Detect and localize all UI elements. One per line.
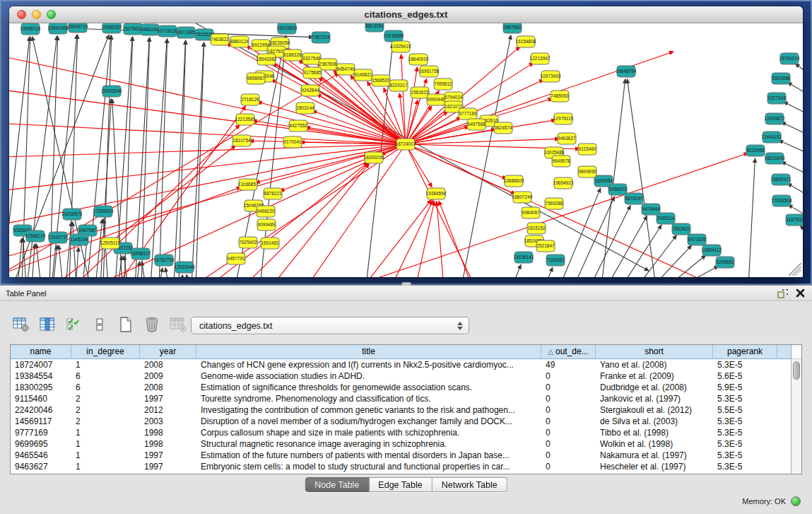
close-panel-icon[interactable] [796, 288, 805, 298]
directed-edge-black[interactable] [545, 267, 553, 277]
graph-node[interactable]: 1568520 [372, 75, 390, 86]
table-row[interactable]: 1456911722003Disruption of a novel membe… [11, 416, 791, 427]
directed-edge-black[interactable] [136, 262, 140, 277]
graph-node[interactable]: 10955287 [102, 23, 122, 33]
delete-table-icon[interactable] [142, 315, 162, 334]
directed-edge-black[interactable] [779, 140, 803, 155]
table-row[interactable]: 977716911998Corpus callosum shape and si… [11, 427, 791, 438]
graph-node[interactable]: 12213589 [235, 114, 256, 125]
graph-node[interactable]: 9242844 [301, 85, 319, 96]
graph-node[interactable]: 16033809 [277, 23, 298, 34]
graph-node[interactable]: 1615152 [527, 223, 546, 234]
split-handle[interactable] [401, 282, 411, 286]
directed-edge-black[interactable] [622, 225, 661, 277]
directed-edge-black[interactable] [782, 122, 803, 136]
graph-node[interactable]: 6466160 [141, 24, 159, 35]
graph-node[interactable]: 9649578 [552, 156, 570, 167]
graph-node[interactable]: 16210643 [765, 153, 785, 164]
graph-node[interactable]: 19384554 [426, 188, 447, 199]
resize-grip-icon[interactable] [789, 263, 801, 276]
directed-edge-black[interactable] [748, 158, 755, 277]
graph-node[interactable]: 1562615 [411, 87, 429, 98]
memory-status-icon[interactable] [791, 496, 801, 506]
table-row[interactable]: 911546021997Tourette syndrome. Phenomeno… [11, 393, 791, 404]
directed-edge-black[interactable] [461, 35, 511, 277]
directed-edge-red[interactable] [401, 54, 406, 144]
graph-node[interactable]: 6879197 [625, 193, 643, 204]
graph-node[interactable]: 16154808 [516, 36, 536, 47]
directed-edge-black[interactable] [59, 245, 63, 277]
directed-edge-black[interactable] [796, 64, 803, 76]
directed-edge-black[interactable] [151, 39, 167, 277]
table-row[interactable]: 1938455462009Genome-wide association stu… [11, 370, 791, 382]
column-header-in_degree[interactable]: in_degree [71, 345, 140, 359]
column-header-year[interactable]: year [140, 345, 196, 359]
network-canvas[interactable]: 1905572420691406269437191095528715276021… [9, 23, 803, 277]
network-svg[interactable]: 1905572420691406269437191095528715276021… [9, 23, 803, 277]
directed-edge-black[interactable] [681, 266, 718, 277]
graph-node[interactable]: 9245652 [716, 257, 734, 268]
graph-node[interactable]: 1145194 [70, 234, 88, 245]
graph-node[interactable]: 7485063 [551, 90, 569, 102]
graph-node[interactable]: 19654923 [553, 177, 574, 189]
directed-edge-black[interactable] [607, 216, 647, 277]
graph-node[interactable]: 2935114 [657, 213, 675, 224]
graph-node-hub[interactable]: 18724007 [396, 139, 416, 150]
column-header-pagerank[interactable]: pagerank [713, 345, 777, 359]
graph-node[interactable]: 10719135 [158, 25, 178, 37]
graph-node[interactable]: 8427552 [289, 120, 307, 132]
graph-node[interactable]: 7357224 [312, 32, 330, 43]
table-rows-icon[interactable] [90, 315, 110, 334]
directed-edge-black[interactable] [800, 226, 803, 238]
graph-node[interactable]: 1691481 [261, 238, 279, 249]
graph-node[interactable]: 9990448 [427, 94, 445, 105]
directed-edge-black[interactable] [788, 184, 803, 197]
column-header-short[interactable]: short [596, 345, 713, 359]
graph-node[interactable]: 2521847 [536, 240, 555, 252]
graph-node[interactable]: 7463822 [211, 34, 229, 45]
graph-node[interactable]: 9329366 [772, 73, 790, 84]
directed-edge-red[interactable] [271, 164, 369, 277]
graph-node[interactable]: 9099489 [257, 219, 276, 230]
graph-node[interactable]: 10973493 [541, 71, 561, 82]
directed-edge-red[interactable] [306, 144, 406, 277]
graph-node[interactable]: 26943719 [68, 23, 88, 33]
window-titlebar[interactable]: citations_edges.txt [9, 6, 803, 23]
table-row[interactable]: 1872400712008Changes of HCN gene express… [11, 359, 791, 370]
directed-edge-black[interactable] [560, 188, 601, 277]
graph-node[interactable]: 19218586 [384, 30, 404, 42]
close-window-button[interactable] [17, 10, 26, 19]
directed-edge-black[interactable] [187, 275, 189, 277]
graph-node[interactable]: 12942737 [48, 232, 69, 243]
column-selector-icon[interactable] [37, 315, 57, 334]
tab-edge-table[interactable]: Edge Table [369, 477, 432, 492]
directed-edge-black[interactable] [590, 206, 630, 277]
graph-node[interactable]: 11568129 [25, 230, 46, 242]
float-panel-icon[interactable] [777, 288, 789, 298]
graph-node[interactable]: 2718126 [241, 94, 259, 105]
graph-node[interactable]: 7955812 [434, 78, 452, 90]
graph-node[interactable]: 19136141 [514, 252, 534, 263]
graph-node[interactable]: 12923448 [175, 262, 195, 273]
graph-node[interactable]: 15692971 [771, 174, 792, 185]
directed-edge-black[interactable] [76, 247, 78, 277]
column-header-out_de[interactable]: △out_de... [541, 345, 596, 359]
graph-node[interactable]: 6497568 [467, 119, 486, 130]
graph-node[interactable]: 9457791 [227, 253, 245, 264]
graph-node[interactable]: 8878221 [264, 188, 282, 199]
minimize-window-button[interactable] [32, 10, 41, 19]
graph-node[interactable]: 9327548 [302, 53, 321, 64]
directed-edge-black[interactable] [165, 268, 169, 277]
graph-node[interactable]: 12975115 [553, 113, 574, 124]
new-table-icon[interactable] [116, 315, 136, 334]
table-row[interactable]: 946554611997Estimation of the future num… [11, 450, 791, 461]
graph-node[interactable]: 1187533 [786, 214, 803, 226]
graph-node[interactable]: 12093872 [765, 113, 785, 124]
directed-edge-black[interactable] [784, 102, 803, 116]
graph-node[interactable]: 5938923 [608, 184, 627, 195]
tab-node-table[interactable]: Node Table [305, 477, 369, 492]
graph-node[interactable]: 9146821 [354, 69, 372, 81]
directed-edge-red[interactable] [437, 201, 444, 277]
graph-node[interactable]: 16958107 [131, 248, 151, 259]
directed-edge-black[interactable] [788, 83, 803, 96]
